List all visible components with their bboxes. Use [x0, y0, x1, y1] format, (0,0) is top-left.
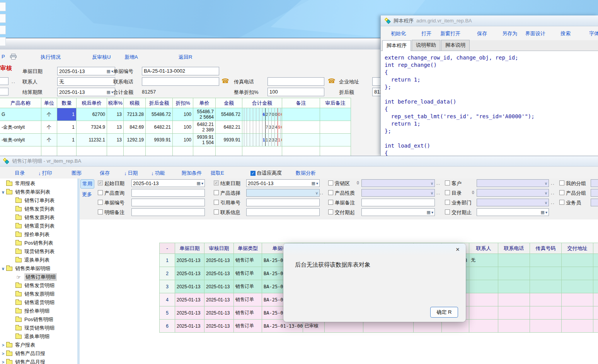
report-table-cell[interactable]: [498, 254, 530, 267]
report-window-titlebar[interactable]: 销售订单明细 - vr_item_rep.BA: [0, 156, 598, 167]
order-grid-cell[interactable]: 9939.91: [216, 134, 242, 146]
report-table-cell[interactable]: 无: [469, 254, 498, 267]
report-table-cell[interactable]: [498, 293, 530, 306]
script-toolbar-item[interactable]: 新窗打开: [440, 30, 460, 37]
sidebar-item-Pos销售列表[interactable]: Pos销售列表: [0, 239, 77, 247]
report-table-cell[interactable]: [593, 320, 598, 333]
order-grid-cell[interactable]: 11232.1: [77, 134, 107, 146]
report-table-cell[interactable]: 2025-01-13: [204, 320, 234, 333]
filter-control-结束日期[interactable]: 2025-01-13▦▾: [246, 179, 320, 187]
order-grid-cell[interactable]: 100: [173, 108, 193, 121]
filter-control-起始日期[interactable]: 2025-01-13▦▾: [131, 179, 205, 187]
report-table-cell[interactable]: [498, 320, 530, 333]
sidebar-item-报价单列表[interactable]: 报价单列表: [0, 230, 77, 239]
order-grid-cell[interactable]: 55486.72: [146, 108, 173, 121]
report-table-cell[interactable]: 2025-01-13: [204, 254, 234, 267]
report-table-cell[interactable]: 4: [160, 293, 175, 306]
order-grid-cell[interactable]: 个: [41, 134, 57, 146]
filter-control-单据备注[interactable]: [361, 199, 435, 206]
order-grid-cell[interactable]: [282, 108, 320, 121]
order-grid-cell[interactable]: [107, 146, 124, 156]
order-grid-cell[interactable]: -金奥-onlyit: [0, 121, 41, 134]
filter-checkbox-结束日期[interactable]: ✓: [214, 180, 219, 185]
filter-control-联系信息[interactable]: [246, 208, 320, 216]
left-edge-field-stub[interactable]: [0, 88, 9, 95]
sidebar-item-常用报表[interactable]: 常用报表: [0, 179, 77, 188]
script-toolbar-item[interactable]: 界面设计: [525, 30, 545, 37]
filter-control-营销区[interactable]: ∨: [361, 179, 435, 187]
sidebar-item-报价单明细[interactable]: 报价单明细: [0, 307, 77, 315]
close-icon[interactable]: ×: [456, 246, 460, 253]
discount-input[interactable]: 100: [267, 88, 324, 96]
report-toolbar-item[interactable]: 提取E: [211, 170, 224, 177]
script-toolbar-item[interactable]: 打开: [421, 30, 431, 37]
order-grid-header-cell[interactable]: 审后备注: [320, 98, 351, 108]
left-edge-field-stub[interactable]: [0, 77, 9, 85]
order-grid-cell[interactable]: [320, 108, 351, 121]
report-table-cell[interactable]: [498, 306, 530, 320]
order-grid-cell[interactable]: [282, 134, 320, 146]
order-grid-cell[interactable]: -银奥-onlyit: [0, 134, 41, 146]
filter-checkbox-引用单号[interactable]: [214, 200, 219, 205]
sidebar-item-销售订单明细[interactable]: ☞销售订单明细: [0, 273, 77, 281]
order-grid-cell[interactable]: [124, 146, 146, 156]
order-grid-header-cell[interactable]: 金额: [216, 98, 242, 108]
order-grid-cell[interactable]: [320, 146, 351, 156]
order-grid-cell[interactable]: 6482.21: [146, 121, 173, 134]
report-table-cell[interactable]: 2025-01-13: [175, 254, 204, 267]
order-grid-cell[interactable]: [320, 134, 351, 146]
filter-control-产品查询[interactable]: [131, 189, 205, 197]
report-table-cell[interactable]: [469, 306, 498, 320]
script-tab[interactable]: 脚本说明: [441, 40, 470, 51]
filter-control-产品选择[interactable]: ∨: [246, 189, 320, 197]
report-table-cell[interactable]: 2025-01-13: [204, 306, 234, 320]
filter-checkbox-我的分组[interactable]: [559, 180, 564, 185]
report-table-cell[interactable]: [562, 267, 593, 280]
report-toolbar-item[interactable]: 保存: [100, 170, 110, 177]
report-table-header-cell[interactable]: 交付地址: [562, 243, 593, 254]
filter-control-业务部门[interactable]: ∨: [477, 199, 549, 206]
phone-icon[interactable]: ☎: [221, 77, 229, 85]
report-table-cell[interactable]: 2025-01-13: [175, 280, 204, 293]
report-table-header-cell[interactable]: 单据日期: [175, 243, 204, 254]
order-grid-cell[interactable]: 55486.72 5664: [193, 108, 216, 121]
filter-checkbox-交付期止[interactable]: [445, 209, 450, 214]
company-addr-input[interactable]: [372, 77, 380, 86]
report-table-cell[interactable]: [562, 280, 593, 293]
order-grid-cell[interactable]: 6482.21: [216, 121, 242, 134]
report-toolbar-item[interactable]: ↓日期: [124, 170, 138, 177]
report-table-cell[interactable]: 2025-01-13: [175, 267, 204, 280]
filter-checkbox-客户[interactable]: [445, 180, 450, 185]
report-table-cell[interactable]: [562, 254, 593, 267]
filter-checkbox-产品选择[interactable]: [214, 190, 219, 195]
print-button[interactable]: P: [2, 54, 5, 60]
order-grid-cell[interactable]: 13: [107, 134, 124, 146]
report-table-cell[interactable]: [530, 267, 562, 280]
sidebar-item-销售退货列表[interactable]: 销售退货列表: [0, 222, 77, 230]
filter-more-link[interactable]: 更多: [82, 191, 92, 198]
report-table-cell[interactable]: 6: [160, 320, 175, 333]
filter-checkbox-联系信息[interactable]: [214, 209, 219, 214]
sidebar-item-销售类单据列表[interactable]: ∨销售类单据列表: [0, 188, 77, 196]
filter-control-客户[interactable]: ∨: [477, 179, 549, 187]
report-table-cell[interactable]: [530, 293, 562, 306]
report-table-cell[interactable]: [498, 280, 530, 293]
filter-checkbox-业务员[interactable]: [559, 200, 564, 205]
order-grid-header-cell[interactable]: 备注: [282, 98, 320, 108]
order-grid-cell[interactable]: 7213.28: [124, 108, 146, 121]
report-table-header-cell[interactable]: 联系电话: [498, 243, 530, 254]
tree-collapsed-icon[interactable]: >: [0, 360, 6, 364]
order-grid-cell[interactable]: 1292.19: [124, 134, 146, 146]
report-table-header-cell[interactable]: 审核日期: [204, 243, 234, 254]
order-grid-cell[interactable]: 9939.91: [146, 134, 173, 146]
tree-collapsed-icon[interactable]: >: [0, 351, 6, 356]
order-toolbar-item[interactable]: 反审核U: [92, 54, 111, 61]
fax-input[interactable]: [267, 77, 324, 86]
order-grid-cell[interactable]: 100: [173, 134, 193, 146]
order-grid-cell[interactable]: 个: [41, 121, 57, 134]
script-tab[interactable]: 脚本程序: [382, 40, 411, 51]
order-grid-cell[interactable]: [320, 121, 351, 134]
order-grid-cell[interactable]: G: [0, 108, 41, 121]
sidebar-item-销售类单据明细[interactable]: ∨销售类单据明细: [0, 264, 77, 273]
filter-control-我的分组[interactable]: [591, 179, 598, 187]
